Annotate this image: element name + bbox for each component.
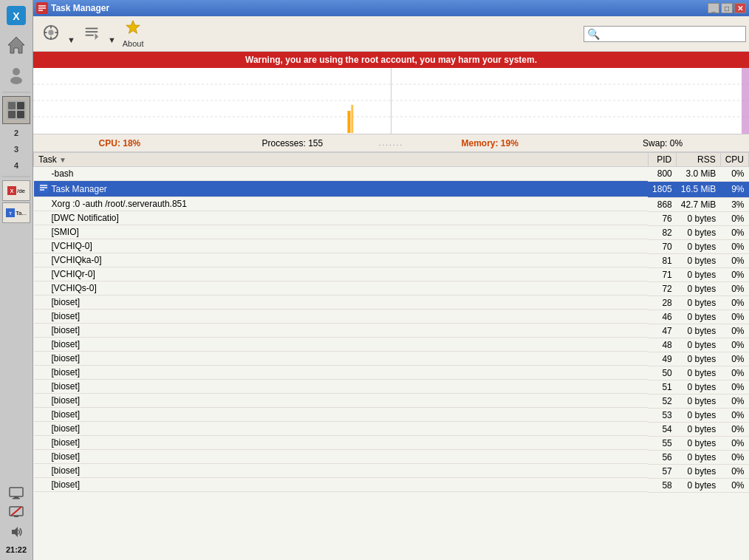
sidebar-icon-xfce[interactable]: X: [2, 1, 30, 30]
sidebar-divider: [2, 92, 30, 93]
table-row[interactable]: [bioset]570 bytes0%: [34, 464, 749, 478]
task-cell: [bioset]: [34, 310, 649, 324]
column-header-rss[interactable]: RSS: [677, 153, 720, 167]
tools-button[interactable]: [36, 18, 66, 49]
rss-cell: 0 bytes: [677, 253, 720, 267]
table-row[interactable]: [VCHIQs-0]720 bytes0%: [34, 281, 749, 296]
svg-rect-14: [10, 488, 23, 496]
table-row[interactable]: [VCHIQ-0]700 bytes0%: [34, 239, 749, 253]
cpu-cell: 0%: [720, 253, 748, 267]
taskbar-sidebar: X 2 3 4 X /de: [0, 0, 33, 560]
status-memory: Memory: 19%: [403, 138, 576, 148]
svg-rect-31: [86, 28, 98, 30]
table-row[interactable]: Task Manager180516.5 MiB9%: [34, 181, 749, 197]
cpu-cell: 0%: [720, 394, 748, 408]
minimize-button[interactable]: _: [708, 3, 719, 13]
close-button[interactable]: ✕: [734, 3, 746, 13]
table-row[interactable]: [bioset]530 bytes0%: [34, 408, 749, 422]
rss-cell: 3.0 MiB: [677, 167, 720, 182]
pid-cell: 51: [648, 380, 677, 394]
task-name: [VCHIQr-0]: [52, 269, 95, 279]
status-swap: Swap: 0%: [576, 138, 749, 148]
task-name: [bioset]: [52, 465, 81, 476]
table-row[interactable]: [bioset]500 bytes0%: [34, 366, 749, 380]
status-cpu: CPU: 18%: [33, 138, 206, 148]
audio-icon[interactable]: [7, 523, 25, 541]
titlebar-buttons: _ □ ✕: [708, 3, 746, 13]
table-row[interactable]: -bash8003.0 MiB0%: [34, 167, 749, 182]
rss-cell: 0 bytes: [677, 352, 720, 366]
table-row[interactable]: [SMIO]820 bytes0%: [34, 225, 749, 239]
maximize-button[interactable]: □: [721, 3, 733, 13]
table-row[interactable]: [bioset]460 bytes0%: [34, 310, 749, 324]
table-row[interactable]: Xorg :0 -auth /root/.serverauth.85186842…: [34, 197, 749, 211]
table-row[interactable]: [bioset]540 bytes0%: [34, 422, 749, 436]
cpu-cell: 0%: [720, 366, 748, 380]
task-cell: [bioset]: [34, 408, 649, 422]
table-row[interactable]: [bioset]520 bytes0%: [34, 394, 749, 408]
svg-marker-35: [126, 21, 140, 33]
process-table-container[interactable]: Task ▼ PID RSS CPU -bash8003.0 MiB0%Task…: [33, 152, 749, 560]
pid-cell: 71: [648, 267, 677, 281]
task-name: [bioset]: [52, 381, 81, 392]
table-row[interactable]: [DWC Notificatio]760 bytes0%: [34, 211, 749, 225]
table-row[interactable]: [bioset]490 bytes0%: [34, 352, 749, 366]
svg-text:X: X: [13, 10, 20, 22]
cpu-cell: 0%: [720, 267, 748, 281]
svg-point-3: [13, 68, 20, 75]
task-cell: [bioset]: [34, 436, 649, 450]
sidebar-workspace-1[interactable]: [2, 96, 30, 124]
titlebar: Task Manager _ □ ✕: [33, 0, 749, 16]
sidebar-workspace-3[interactable]: 3: [2, 142, 30, 157]
task-name: Xorg :0 -auth /root/.serverauth.851: [52, 199, 187, 209]
column-header-task[interactable]: Task ▼: [34, 153, 649, 167]
pid-cell: 55: [648, 436, 677, 450]
status-processes: Processes: 155: [206, 138, 379, 148]
svg-rect-9: [17, 111, 24, 118]
table-row[interactable]: [bioset]560 bytes0%: [34, 450, 749, 464]
about-button[interactable]: About: [117, 18, 149, 49]
table-row[interactable]: [bioset]550 bytes0%: [34, 436, 749, 450]
rss-cell: 0 bytes: [677, 296, 720, 310]
task-cell: [SMIO]: [34, 225, 649, 239]
task-cell: [bioset]: [34, 464, 649, 478]
search-box[interactable]: 🔍: [584, 26, 746, 42]
edit-button[interactable]: [77, 18, 106, 49]
table-row[interactable]: [VCHIQka-0]810 bytes0%: [34, 253, 749, 267]
svg-text:X: X: [10, 188, 14, 194]
taskbar-item-files[interactable]: X /de: [2, 180, 30, 201]
pid-cell: 46: [648, 310, 677, 324]
network-disconnect-icon[interactable]: [7, 504, 25, 522]
sidebar-workspace-4[interactable]: 4: [2, 158, 30, 173]
main-window: Task Manager _ □ ✕ ▼: [33, 0, 749, 560]
task-cell: [VCHIQr-0]: [34, 267, 649, 281]
titlebar-left: Task Manager: [36, 2, 109, 14]
column-header-cpu[interactable]: CPU: [720, 153, 748, 167]
task-name: [SMIO]: [52, 227, 79, 237]
monitor-icon[interactable]: [7, 485, 25, 502]
search-input[interactable]: [600, 29, 742, 39]
rss-cell: 0 bytes: [677, 450, 720, 464]
pid-cell: 47: [648, 324, 677, 338]
cpu-cell: 0%: [720, 167, 748, 182]
table-row[interactable]: [bioset]480 bytes0%: [34, 338, 749, 352]
table-row[interactable]: [bioset]470 bytes0%: [34, 324, 749, 338]
table-row[interactable]: [VCHIQr-0]710 bytes0%: [34, 267, 749, 281]
rss-cell: 16.5 MiB: [677, 181, 720, 197]
task-cell: [bioset]: [34, 380, 649, 394]
column-header-pid[interactable]: PID: [648, 153, 677, 167]
warning-banner: Warning, you are using the root account,…: [33, 52, 749, 68]
task-name: [bioset]: [52, 297, 81, 307]
table-row[interactable]: [bioset]280 bytes0%: [34, 296, 749, 310]
table-row[interactable]: [bioset]510 bytes0%: [34, 380, 749, 394]
table-row[interactable]: [bioset]580 bytes0%: [34, 478, 749, 492]
sidebar-icon-user[interactable]: [2, 61, 30, 89]
sidebar-icon-home[interactable]: [2, 31, 30, 59]
rss-cell: 0 bytes: [677, 422, 720, 436]
pid-cell: 52: [648, 394, 677, 408]
cpu-graph: [33, 68, 391, 134]
svg-marker-20: [12, 527, 18, 537]
task-cell: [bioset]: [34, 422, 649, 436]
sidebar-workspace-2[interactable]: 2: [2, 126, 30, 140]
taskbar-item-taskmanager[interactable]: T Ta...: [2, 202, 30, 223]
